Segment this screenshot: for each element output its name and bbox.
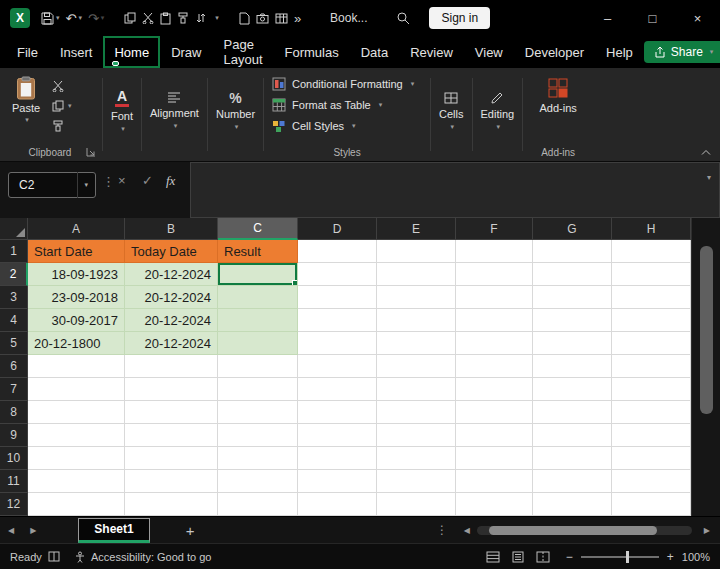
copy-button[interactable]: ▾ [52,100,72,112]
cell-E8[interactable] [377,401,456,424]
cell-E1[interactable] [377,240,456,263]
cell-B11[interactable] [125,470,218,493]
cell-A8[interactable] [28,401,125,424]
cell-D4[interactable] [298,309,377,332]
cell-F5[interactable] [456,332,533,355]
tab-developer[interactable]: Developer [514,36,595,68]
cell-D1[interactable] [298,240,377,263]
cut-button[interactable] [52,80,72,92]
cell-B4[interactable]: 20-12-2024 [125,309,218,332]
cell-H9[interactable] [612,424,691,447]
row-header-6[interactable]: 6 [0,355,28,378]
cell-A12[interactable] [28,493,125,516]
cell-C3[interactable] [218,286,298,309]
save-button[interactable]: ▾ [38,5,63,31]
qat-more-button[interactable]: ▾ [210,5,222,31]
cell-E12[interactable] [377,493,456,516]
number-group-button[interactable]: % Number ▾ [210,60,261,161]
search-button[interactable] [393,5,413,31]
zoom-slider-thumb[interactable] [626,551,629,563]
clipboard-dialog-launcher[interactable] [86,147,96,157]
row-header-3[interactable]: 3 [0,286,28,309]
cell-styles-button[interactable]: Cell Styles ▾ [266,119,428,133]
cell-D3[interactable] [298,286,377,309]
row-header-4[interactable]: 4 [0,309,28,332]
cell-C6[interactable] [218,355,298,378]
cell-D9[interactable] [298,424,377,447]
cell-F7[interactable] [456,378,533,401]
cell-G9[interactable] [533,424,612,447]
cell-C1[interactable]: Result [218,240,298,263]
cell-C8[interactable] [218,401,298,424]
table-button[interactable] [272,5,291,31]
cell-E4[interactable] [377,309,456,332]
format-painter-button[interactable] [52,120,72,132]
sheet-nav-right-icon[interactable]: ▶ [22,526,44,535]
cell-E5[interactable] [377,332,456,355]
cell-E6[interactable] [377,355,456,378]
cut-button[interactable] [139,5,157,31]
cell-B1[interactable]: Today Date [125,240,218,263]
col-header-G[interactable]: G [533,218,612,240]
row-header-11[interactable]: 11 [0,470,28,493]
copy-button[interactable] [121,5,139,31]
cell-F2[interactable] [456,263,533,286]
new-sheet-button[interactable]: + [186,522,195,539]
normal-view-button[interactable] [486,551,500,563]
col-header-F[interactable]: F [456,218,533,240]
cell-D7[interactable] [298,378,377,401]
cell-B12[interactable] [125,493,218,516]
select-all-corner[interactable] [0,218,28,240]
cell-G3[interactable] [533,286,612,309]
formula-bar-handle[interactable]: ⋮ [102,174,115,189]
cell-F9[interactable] [456,424,533,447]
zoom-out-button[interactable]: − [566,550,573,564]
cell-E10[interactable] [377,447,456,470]
excel-logo-icon[interactable]: X [10,8,30,28]
row-header-9[interactable]: 9 [0,424,28,447]
format-painter-button[interactable] [174,5,192,31]
zoom-slider[interactable] [581,556,659,558]
cell-B8[interactable] [125,401,218,424]
redo-button[interactable]: ↷ ▾ [85,5,107,31]
cell-C4[interactable] [218,309,298,332]
alignment-group-button[interactable]: Alignment ▾ [144,60,205,161]
cell-B5[interactable]: 20-12-2024 [125,332,218,355]
cell-A7[interactable] [28,378,125,401]
col-header-D[interactable]: D [298,218,377,240]
cell-E9[interactable] [377,424,456,447]
vertical-scrollbar[interactable] [691,218,720,516]
page-break-view-button[interactable] [536,551,550,563]
sheet-tab-sheet1[interactable]: Sheet1 [78,518,149,543]
sign-in-button[interactable]: Sign in [429,7,490,29]
cell-H2[interactable] [612,263,691,286]
cell-C7[interactable] [218,378,298,401]
cell-H6[interactable] [612,355,691,378]
col-header-A[interactable]: A [28,218,125,240]
cell-E7[interactable] [377,378,456,401]
insert-function-button[interactable]: fx [166,173,175,189]
cell-C2-active[interactable] [218,263,298,286]
col-header-C[interactable]: C [218,218,298,240]
collapse-ribbon-button[interactable] [700,148,712,156]
cell-G11[interactable] [533,470,612,493]
cell-H4[interactable] [612,309,691,332]
conditional-formatting-button[interactable]: Conditional Formatting ▾ [266,77,428,91]
camera-button[interactable] [253,5,272,31]
cell-D6[interactable] [298,355,377,378]
cell-E11[interactable] [377,470,456,493]
cell-A11[interactable] [28,470,125,493]
cell-F12[interactable] [456,493,533,516]
tab-data[interactable]: Data [350,36,399,68]
cell-C9[interactable] [218,424,298,447]
sheetbar-dots-icon[interactable]: ⋮ [436,523,448,537]
row-header-10[interactable]: 10 [0,447,28,470]
cell-F3[interactable] [456,286,533,309]
row-header-5[interactable]: 5 [0,332,28,355]
share-button[interactable]: Share ▾ [644,41,720,63]
horizontal-scrollbar[interactable] [477,526,692,535]
cell-B10[interactable] [125,447,218,470]
tab-help[interactable]: Help [595,36,644,68]
cell-F1[interactable] [456,240,533,263]
cell-G6[interactable] [533,355,612,378]
